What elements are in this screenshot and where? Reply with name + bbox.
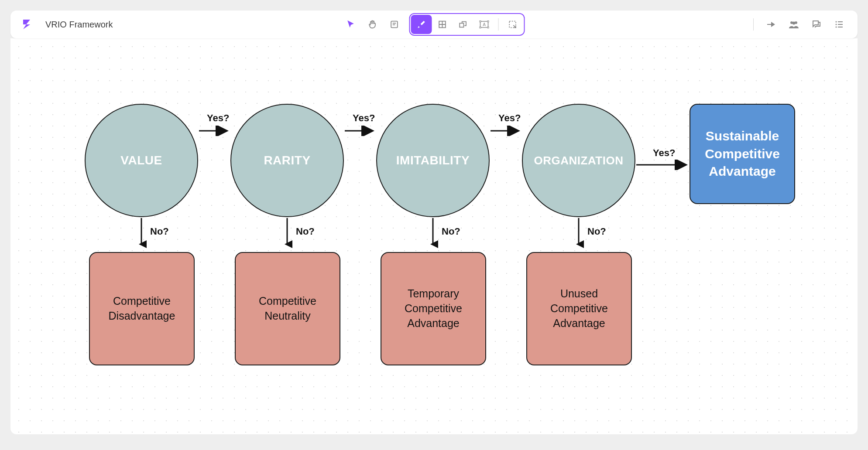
toolbar-center: A xyxy=(340,13,528,36)
arrow-right-icon xyxy=(344,126,377,136)
arrow-right-icon xyxy=(635,160,690,170)
svg-point-16 xyxy=(793,22,796,25)
no-label: No? xyxy=(587,226,606,237)
box-temporary-advantage[interactable]: Temporary Competitive Advantage xyxy=(381,252,486,365)
circle-imitability[interactable]: IMITABILITY xyxy=(376,104,490,217)
arrow-right-icon xyxy=(198,126,231,136)
circle-label: RARITY xyxy=(264,153,310,167)
canvas[interactable]: VALUE RARITY IMITABILITY ORGANIZATION Su… xyxy=(10,38,858,434)
yes-label: Yes? xyxy=(653,147,675,159)
collaborators-icon[interactable] xyxy=(783,15,804,34)
box-label: Sustainable Competitive Advantage xyxy=(698,127,786,181)
toolbar-separator xyxy=(753,18,754,31)
note-tool-icon[interactable] xyxy=(384,15,405,34)
hand-tool-icon[interactable] xyxy=(362,15,383,34)
svg-point-18 xyxy=(836,24,837,25)
toolbar: VRIO Framework xyxy=(10,10,858,38)
share-icon[interactable] xyxy=(761,15,782,34)
region-tool-icon[interactable] xyxy=(502,15,523,34)
arrow-down-icon xyxy=(282,217,292,249)
document-title[interactable]: VRIO Framework xyxy=(45,20,113,30)
svg-rect-8 xyxy=(480,21,481,22)
box-sustainable-advantage[interactable]: Sustainable Competitive Advantage xyxy=(690,104,795,204)
toolbar-separator xyxy=(498,18,498,31)
tool-pill: A xyxy=(409,13,525,36)
box-label: Competitive Disadvantage xyxy=(98,294,186,324)
arrow-down-icon xyxy=(573,217,584,249)
app-logo-icon[interactable] xyxy=(21,19,32,30)
tools-tool-icon[interactable] xyxy=(411,15,432,34)
comments-icon[interactable] xyxy=(806,15,827,34)
svg-rect-9 xyxy=(487,21,489,22)
circle-value[interactable]: VALUE xyxy=(85,104,198,217)
svg-rect-11 xyxy=(487,27,489,28)
outline-icon[interactable] xyxy=(829,15,850,34)
circle-label: VALUE xyxy=(120,153,162,167)
circle-label: ORGANIZATION xyxy=(534,154,624,167)
svg-rect-10 xyxy=(480,27,481,28)
no-label: No? xyxy=(150,226,169,237)
table-tool-icon[interactable] xyxy=(432,15,453,34)
box-competitive-neutrality[interactable]: Competitive Neutrality xyxy=(235,252,340,365)
svg-point-19 xyxy=(836,27,837,28)
box-label: Competitive Neutrality xyxy=(244,294,332,324)
box-unused-advantage[interactable]: Unused Competitive Advantage xyxy=(526,252,632,365)
shape-tool-icon[interactable] xyxy=(453,15,473,34)
circle-rarity[interactable]: RARITY xyxy=(230,104,344,217)
yes-label: Yes? xyxy=(498,112,521,124)
text-frame-tool-icon[interactable]: A xyxy=(473,15,494,34)
toolbar-right xyxy=(748,15,850,34)
svg-point-17 xyxy=(836,21,837,23)
svg-rect-6 xyxy=(460,23,463,27)
svg-text:A: A xyxy=(483,22,486,27)
circle-organization[interactable]: ORGANIZATION xyxy=(522,104,635,217)
no-label: No? xyxy=(442,226,460,237)
arrow-right-icon xyxy=(490,126,523,136)
yes-label: Yes? xyxy=(353,112,375,124)
yes-label: Yes? xyxy=(207,112,229,124)
arrow-down-icon xyxy=(428,217,438,249)
circle-label: IMITABILITY xyxy=(396,153,470,167)
box-label: Unused Competitive Advantage xyxy=(535,286,623,331)
box-competitive-disadvantage[interactable]: Competitive Disadvantage xyxy=(89,252,195,365)
no-label: No? xyxy=(296,226,315,237)
arrow-down-icon xyxy=(136,217,147,249)
box-label: Temporary Competitive Advantage xyxy=(389,286,477,331)
cursor-tool-icon[interactable] xyxy=(340,15,361,34)
